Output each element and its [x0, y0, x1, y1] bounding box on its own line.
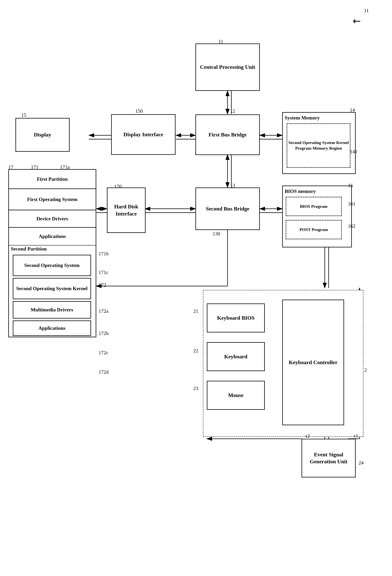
hard-disk-interface-box: Hard Disk Interface	[107, 187, 145, 233]
ref-23: 23	[193, 386, 198, 391]
keyboard-box: Keyboard	[207, 342, 265, 371]
event-signal-box: Event Signal Generation Unit	[302, 439, 356, 477]
ref-14: 14	[350, 107, 355, 113]
multimedia-drivers-label: Multimedia Drivers	[30, 307, 73, 313]
second-os-kernel-disk-box: Second Operating System Kernel	[13, 278, 91, 299]
applications-first-label: Applications	[39, 233, 66, 240]
system-memory-box: System Memory Second Operating System Ke…	[282, 112, 356, 174]
ref-15: 15	[21, 112, 26, 118]
bios-program-label: BIOS Program	[300, 204, 327, 209]
ref-172a: 172a	[99, 308, 109, 314]
multimedia-drivers-box: Multimedia Drivers	[13, 301, 91, 318]
hard-disk-interface-label: Hard Disk Interface	[108, 203, 145, 217]
ref-22: 22	[193, 348, 198, 354]
ref-100-arrow: ↙	[350, 14, 364, 28]
system-memory-label: System Memory	[285, 115, 320, 121]
ref-11: 11	[218, 39, 223, 44]
post-program-label: POST Program	[300, 227, 328, 232]
ref-17: 17	[8, 164, 13, 170]
ref-2: 2	[364, 367, 367, 373]
second-os-kernel-label: Second Operating System Kernel Program M…	[287, 140, 350, 151]
first-partition-box: First Partition	[9, 170, 96, 189]
first-os-box: First Operating System	[9, 189, 96, 210]
ref-170: 170	[114, 184, 122, 189]
bios-memory-label: BIOS memory	[285, 188, 316, 195]
ref-24: 24	[359, 460, 364, 466]
display-interface-box: Display Interface	[111, 114, 175, 155]
display-box: Display	[15, 118, 70, 152]
first-bus-bridge-box: First Bus Bridge	[196, 115, 260, 155]
ref-171c: 171c	[99, 270, 109, 275]
first-bus-bridge-label: First Bus Bridge	[209, 131, 247, 138]
ref-171b: 171b	[99, 251, 109, 257]
ref-171a: 171a	[60, 164, 70, 170]
keyboard-controller-label: Keyboard Controller	[289, 359, 337, 366]
ref-161: 161	[348, 201, 356, 207]
second-bus-bridge-box: Second Bus Bridge	[196, 187, 260, 230]
hard-disk-outer-box: First Partition First Operating System D…	[8, 169, 96, 337]
device-drivers-box: Device Drivers	[9, 210, 96, 228]
ref-172c: 172c	[99, 350, 109, 356]
event-signal-label: Event Signal Generation Unit	[302, 451, 355, 465]
display-label: Display	[34, 131, 51, 138]
second-os-label: Second Operating System	[24, 262, 80, 269]
second-partition-label: Second Partition	[11, 246, 47, 252]
second-os-box: Second Operating System	[13, 255, 91, 276]
mouse-label: Mouse	[228, 392, 243, 399]
cpu-label: Central Processing Unit	[200, 64, 255, 71]
ref-172: 172	[99, 282, 106, 288]
ref-162: 162	[348, 223, 356, 229]
ref-141: 141	[350, 149, 357, 155]
ref-150: 150	[135, 108, 143, 114]
ref-172b: 172b	[99, 331, 109, 336]
first-os-label: First Operating System	[27, 196, 78, 203]
cpu-box: Central Processing Unit	[196, 43, 260, 91]
first-partition-label: First Partition	[37, 176, 68, 182]
keyboard-label: Keyboard	[224, 353, 248, 360]
ref-21: 21	[193, 308, 198, 314]
display-interface-label: Display Interface	[123, 131, 163, 138]
second-bus-bridge-label: Second Bus Bridge	[206, 205, 250, 212]
label-s2: s2	[306, 433, 310, 439]
second-os-kernel-disk-label: Second Operating System Kernel	[16, 285, 87, 292]
keyboard-controller-box: Keyboard Controller	[282, 300, 344, 425]
ref-130: 130	[213, 231, 220, 237]
ref-171: 171	[31, 164, 38, 170]
ref-13: 13	[230, 183, 235, 188]
keyboard-bios-label: Keyboard BIOS	[217, 315, 254, 321]
ref-16: 16	[348, 183, 353, 188]
mouse-box: Mouse	[207, 381, 265, 410]
ref-100: 11	[364, 8, 369, 14]
ref-12: 12	[230, 108, 235, 114]
device-drivers-label: Device Drivers	[36, 216, 68, 222]
applications-first-box: Applications	[9, 228, 96, 245]
applications-second-label: Applications	[38, 325, 65, 331]
ref-172d: 172d	[99, 369, 109, 375]
label-s1: s1	[354, 433, 358, 439]
applications-second-box: Applications	[13, 320, 91, 336]
bios-memory-box: BIOS memory BIOS Program POST Program	[282, 186, 352, 247]
keyboard-bios-box: Keyboard BIOS	[207, 303, 265, 332]
